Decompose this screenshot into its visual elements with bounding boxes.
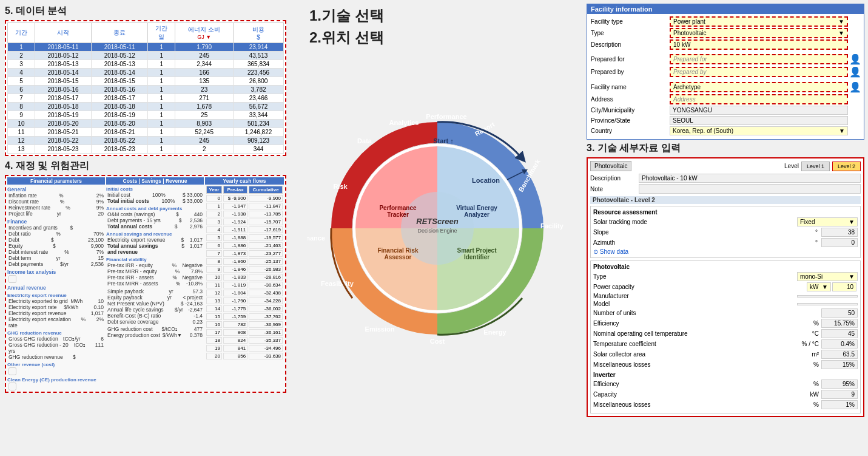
inverter-efficiency-unit: % [811,381,821,387]
cashflow-cell: -26,983 [249,266,283,273]
table-cell: 2018-05-19 [92,111,148,120]
fin-ce-label: Clean Energy (CE) production revenue [7,377,105,383]
level1-button[interactable]: Level 1 [801,162,830,171]
cashflow-cell: -35,337 [249,337,283,344]
type-value[interactable]: Photovoltaic▼ [670,28,848,38]
cashflow-cell: 0 [206,195,222,202]
facility-type-value[interactable]: Power plant▼ [670,16,848,27]
address-value[interactable]: Address [670,94,848,104]
azimuth-unit: ° [812,239,821,246]
cashflow-cell: 8 [206,258,222,265]
svg-text:Virtual Energy: Virtual Energy [456,205,497,211]
section-3-title: 3. 기술 세부자료 입력 [587,142,864,155]
model-label: Model [593,301,797,307]
tracking-value[interactable]: Fixed▼ [797,217,858,226]
fin-ghg-rev: GHG reduction revenue$ [7,354,105,360]
table-cell: 223,456 [234,69,284,77]
table-cell: 12 [8,137,35,145]
fin-other-checkbox[interactable] [7,367,105,375]
svg-text:Location: Location [472,177,500,184]
table-cell: 43,513 [234,52,284,60]
address-label: Address [591,96,670,103]
num-units-row: Number of units 50 [593,308,858,318]
diagram-title-1: 1.기술 선택 [309,6,384,26]
table-cell: 3,782 [234,86,284,94]
inverter-efficiency-value: 95% [821,379,858,389]
table-cell: 1,790 [175,43,234,52]
fin-cashflow-header: Yearly cash flows [205,177,284,185]
fin-simple-payback: Simple paybackyr57.3 [106,288,204,294]
misc-losses-unit: % [811,361,821,368]
power-unit-select[interactable]: kW▼ [807,282,831,291]
finance-box: Financial parameters General Inflation r… [5,175,286,393]
pv-level2-subheader: Photovoltaic - Level 2 [590,196,861,204]
inverter-capacity-value: 9 [821,390,858,399]
country-value[interactable]: Korea, Rep. of (South)▼ [670,126,848,135]
table-cell: 2018-05-22 [92,137,148,145]
country-row: Country Korea, Rep. of (South)▼ [591,126,860,135]
pv-tab[interactable]: Photovoltaic [590,161,631,171]
table-cell: 1 [148,111,175,120]
cashflow-cell: 1 [206,203,222,209]
cashflow-cell: -36,161 [249,329,283,336]
table-cell: 2018-05-15 [35,77,91,86]
prepared-by-value[interactable]: Prepared by [670,67,848,77]
show-data-btn[interactable]: ⊙ Show data [593,248,858,255]
cashflow-cell: -33,638 [249,353,283,359]
pv-note-value[interactable] [639,184,861,194]
svg-text:Financial Risk: Financial Risk [377,247,419,254]
section-5-data-analysis: 5. 데이터 분석 기간 시작 종료 기간일 에너지 소비GJ ▼ 비용$ [5,5,286,156]
table-cell: 2018-05-19 [35,111,91,120]
col-days: 기간일 [148,23,175,43]
fin-ce-checkbox[interactable] [7,383,105,390]
table-cell: 8 [8,103,35,111]
num-units-value: 50 [821,308,858,318]
description-value[interactable]: 10 kW [670,39,848,50]
fin-tax-checkbox[interactable] [7,275,105,283]
table-cell: 909,123 [234,137,284,145]
fin-viability-label: Financial viability [106,257,204,262]
prepared-for-label: Prepared for [591,56,670,63]
power-capacity-value[interactable]: 10 [832,282,856,291]
cashflow-cell: 782 [223,321,247,328]
table-cell: 1,678 [175,103,234,111]
fin-equity-payback: Equity paybackyr< project [106,294,204,301]
city-value: YONGSANGU [670,106,848,115]
pv-type-value[interactable]: mono-Si▼ [797,272,858,281]
cashflow-cell: 6 [206,242,222,249]
cashflow-cell: -1,873 [223,250,247,257]
type-row: Type Photovoltaic▼ [591,28,860,38]
facility-name-icon[interactable]: 👤 [849,81,860,93]
prepared-for-icon[interactable]: 👤 [849,53,860,65]
table-cell: 2,344 [175,60,234,69]
fin-ghg-gross: Gross GHG reductiontCO₂/yr6 [7,336,105,342]
section-3-box: Photovoltaic Level Level 1 Level 2 Descr… [587,157,864,417]
svg-text:Start ↑: Start ↑ [433,137,454,145]
prepared-for-value[interactable]: Prepared for [670,54,848,64]
facility-info-content: Facility type Power plant▼ Type Photovol… [587,14,864,139]
cashflow-cell: -11,847 [249,203,283,209]
right-panel: Facility information Facility type Power… [583,0,868,456]
svg-text:Performance: Performance [426,113,466,120]
facility-name-value[interactable]: Archetype [670,82,848,92]
cf-cumulative-header: Cumulative [249,186,283,194]
misc-losses-row: Miscellaneous losses % 15% [593,360,858,369]
level2-button[interactable]: Level 2 [832,162,861,171]
table-cell: 1 [148,52,175,60]
section-4-finance: 4. 재정 및 위험관리 Financial parameters Genera… [5,160,286,393]
noct-row: Nominal operating cell temperature °C 45 [593,329,858,338]
slope-value: 38 [821,228,858,237]
diagram-title-2: 2.위치 선택 [309,28,384,47]
cashflow-cell: 18 [206,337,222,344]
inverter-capacity-label: Capacity [593,391,808,398]
table-cell: 1 [148,60,175,69]
description-label: Description [591,41,670,48]
cashflow-cell: 3 [206,219,222,225]
cashflow-cell: 5 [206,234,222,241]
cashflow-cell: 808 [223,329,247,336]
province-label: Province/State [591,117,670,124]
cashflow-cell: -15,707 [249,219,283,225]
prepared-by-icon[interactable]: 👤 [849,66,860,78]
cashflow-cell: -34,228 [249,298,283,304]
cashflow-cell: -30,634 [249,282,283,288]
